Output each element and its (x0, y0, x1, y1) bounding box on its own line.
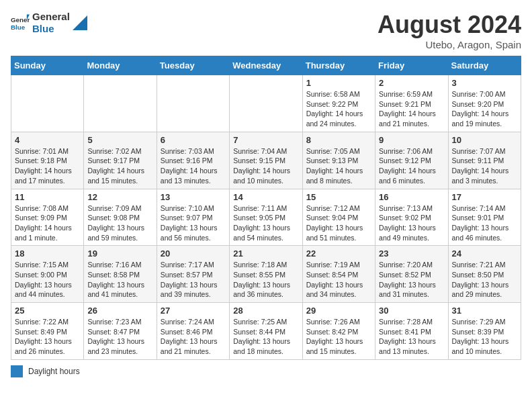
legend-box (11, 365, 23, 377)
calendar-cell: 13Sunrise: 7:10 AM Sunset: 9:07 PM Dayli… (157, 189, 229, 246)
calendar-cell: 29Sunrise: 7:26 AM Sunset: 8:42 PM Dayli… (302, 303, 375, 360)
calendar-cell: 24Sunrise: 7:21 AM Sunset: 8:50 PM Dayli… (448, 246, 521, 303)
calendar-cell (11, 75, 84, 132)
day-info: Sunrise: 7:21 AM Sunset: 8:50 PM Dayligh… (452, 260, 517, 300)
day-number: 5 (87, 135, 152, 145)
logo-general: General (32, 11, 70, 23)
day-number: 3 (452, 78, 517, 88)
weekday-header-saturday: Saturday (448, 56, 521, 75)
day-info: Sunrise: 7:07 AM Sunset: 9:11 PM Dayligh… (452, 146, 517, 186)
day-number: 10 (452, 135, 517, 145)
calendar-cell: 15Sunrise: 7:12 AM Sunset: 9:04 PM Dayli… (302, 189, 375, 246)
calendar-cell: 30Sunrise: 7:28 AM Sunset: 8:41 PM Dayli… (375, 303, 448, 360)
calendar-cell: 18Sunrise: 7:15 AM Sunset: 9:00 PM Dayli… (11, 246, 84, 303)
calendar-cell (84, 75, 157, 132)
day-number: 25 (15, 306, 80, 316)
calendar-cell: 31Sunrise: 7:29 AM Sunset: 8:39 PM Dayli… (448, 303, 521, 360)
calendar-cell: 25Sunrise: 7:22 AM Sunset: 8:49 PM Dayli… (11, 303, 84, 360)
day-number: 30 (379, 306, 444, 316)
svg-marker-3 (73, 15, 87, 30)
day-number: 17 (452, 192, 517, 202)
day-number: 7 (233, 135, 298, 145)
location-subtitle: Utebo, Aragon, Spain (378, 39, 521, 50)
calendar-cell: 16Sunrise: 7:13 AM Sunset: 9:02 PM Dayli… (375, 189, 448, 246)
day-info: Sunrise: 7:05 AM Sunset: 9:13 PM Dayligh… (306, 146, 371, 186)
calendar-cell: 28Sunrise: 7:25 AM Sunset: 8:44 PM Dayli… (230, 303, 302, 360)
day-info: Sunrise: 6:58 AM Sunset: 9:22 PM Dayligh… (306, 89, 371, 129)
calendar-cell: 6Sunrise: 7:03 AM Sunset: 9:16 PM Daylig… (157, 132, 229, 189)
day-number: 8 (306, 135, 371, 145)
calendar-header: SundayMondayTuesdayWednesdayThursdayFrid… (11, 56, 521, 75)
weekday-header-sunday: Sunday (11, 56, 84, 75)
day-number: 18 (15, 248, 80, 259)
day-info: Sunrise: 7:15 AM Sunset: 9:00 PM Dayligh… (15, 260, 80, 300)
day-number: 15 (306, 192, 371, 202)
day-info: Sunrise: 7:24 AM Sunset: 8:46 PM Dayligh… (161, 317, 226, 357)
month-title: August 2024 (378, 11, 521, 39)
day-number: 23 (379, 248, 444, 259)
day-info: Sunrise: 7:02 AM Sunset: 9:17 PM Dayligh… (87, 146, 152, 186)
day-number: 14 (233, 192, 298, 202)
title-area: August 2024 Utebo, Aragon, Spain (378, 11, 521, 50)
calendar-cell: 5Sunrise: 7:02 AM Sunset: 9:17 PM Daylig… (84, 132, 157, 189)
calendar-cell: 12Sunrise: 7:09 AM Sunset: 9:08 PM Dayli… (84, 189, 157, 246)
day-number: 2 (379, 78, 444, 88)
calendar-cell: 7Sunrise: 7:04 AM Sunset: 9:15 PM Daylig… (230, 132, 302, 189)
day-info: Sunrise: 7:09 AM Sunset: 9:08 PM Dayligh… (87, 203, 152, 243)
day-info: Sunrise: 7:13 AM Sunset: 9:02 PM Dayligh… (379, 203, 444, 243)
calendar-table: SundayMondayTuesdayWednesdayThursdayFrid… (11, 56, 521, 360)
day-info: Sunrise: 7:14 AM Sunset: 9:01 PM Dayligh… (452, 203, 517, 243)
weekday-header-tuesday: Tuesday (157, 56, 229, 75)
calendar-cell: 19Sunrise: 7:16 AM Sunset: 8:58 PM Dayli… (84, 246, 157, 303)
calendar-cell: 22Sunrise: 7:19 AM Sunset: 8:54 PM Dayli… (302, 246, 375, 303)
calendar-cell: 14Sunrise: 7:11 AM Sunset: 9:05 PM Dayli… (230, 189, 302, 246)
day-info: Sunrise: 7:28 AM Sunset: 8:41 PM Dayligh… (379, 317, 444, 357)
day-info: Sunrise: 7:17 AM Sunset: 8:57 PM Dayligh… (161, 260, 226, 300)
weekday-header-wednesday: Wednesday (230, 56, 302, 75)
calendar-cell (230, 75, 302, 132)
logo-blue: Blue (32, 23, 70, 35)
calendar-cell: 1Sunrise: 6:58 AM Sunset: 9:22 PM Daylig… (302, 75, 375, 132)
day-info: Sunrise: 7:06 AM Sunset: 9:12 PM Dayligh… (379, 146, 444, 186)
weekday-header-friday: Friday (375, 56, 448, 75)
logo-icon: General Blue (11, 13, 30, 32)
day-number: 26 (87, 306, 152, 316)
day-number: 16 (379, 192, 444, 202)
day-number: 29 (306, 306, 371, 316)
weekday-header-thursday: Thursday (302, 56, 375, 75)
day-info: Sunrise: 7:12 AM Sunset: 9:04 PM Dayligh… (306, 203, 371, 243)
legend: Daylight hours (11, 365, 521, 377)
svg-text:Blue: Blue (11, 24, 26, 31)
calendar-cell: 11Sunrise: 7:08 AM Sunset: 9:09 PM Dayli… (11, 189, 84, 246)
day-info: Sunrise: 7:25 AM Sunset: 8:44 PM Dayligh… (233, 317, 298, 357)
calendar-cell: 21Sunrise: 7:18 AM Sunset: 8:55 PM Dayli… (230, 246, 302, 303)
day-info: Sunrise: 7:20 AM Sunset: 8:52 PM Dayligh… (379, 260, 444, 300)
day-info: Sunrise: 7:10 AM Sunset: 9:07 PM Dayligh… (161, 203, 226, 243)
calendar-cell: 3Sunrise: 7:00 AM Sunset: 9:20 PM Daylig… (448, 75, 521, 132)
day-info: Sunrise: 7:23 AM Sunset: 8:47 PM Dayligh… (87, 317, 152, 357)
day-info: Sunrise: 7:08 AM Sunset: 9:09 PM Dayligh… (15, 203, 80, 243)
calendar-cell: 2Sunrise: 6:59 AM Sunset: 9:21 PM Daylig… (375, 75, 448, 132)
day-info: Sunrise: 7:19 AM Sunset: 8:54 PM Dayligh… (306, 260, 371, 300)
day-info: Sunrise: 7:04 AM Sunset: 9:15 PM Dayligh… (233, 146, 298, 186)
day-info: Sunrise: 7:22 AM Sunset: 8:49 PM Dayligh… (15, 317, 80, 357)
page-header: General Blue General Blue August 2024 Ut… (11, 11, 521, 50)
logo: General Blue General Blue (11, 11, 87, 35)
day-info: Sunrise: 7:18 AM Sunset: 8:55 PM Dayligh… (233, 260, 298, 300)
calendar-cell: 10Sunrise: 7:07 AM Sunset: 9:11 PM Dayli… (448, 132, 521, 189)
day-number: 20 (161, 248, 226, 259)
day-number: 24 (452, 248, 517, 259)
calendar-cell: 17Sunrise: 7:14 AM Sunset: 9:01 PM Dayli… (448, 189, 521, 246)
legend-text: Daylight hours (28, 367, 80, 376)
day-number: 6 (161, 135, 226, 145)
day-info: Sunrise: 7:03 AM Sunset: 9:16 PM Dayligh… (161, 146, 226, 186)
calendar-cell: 27Sunrise: 7:24 AM Sunset: 8:46 PM Dayli… (157, 303, 229, 360)
day-info: Sunrise: 6:59 AM Sunset: 9:21 PM Dayligh… (379, 89, 444, 129)
calendar-cell: 26Sunrise: 7:23 AM Sunset: 8:47 PM Dayli… (84, 303, 157, 360)
day-number: 22 (306, 248, 371, 259)
day-info: Sunrise: 7:26 AM Sunset: 8:42 PM Dayligh… (306, 317, 371, 357)
day-number: 4 (15, 135, 80, 145)
day-info: Sunrise: 7:29 AM Sunset: 8:39 PM Dayligh… (452, 317, 517, 357)
calendar-cell: 20Sunrise: 7:17 AM Sunset: 8:57 PM Dayli… (157, 246, 229, 303)
day-number: 21 (233, 248, 298, 259)
